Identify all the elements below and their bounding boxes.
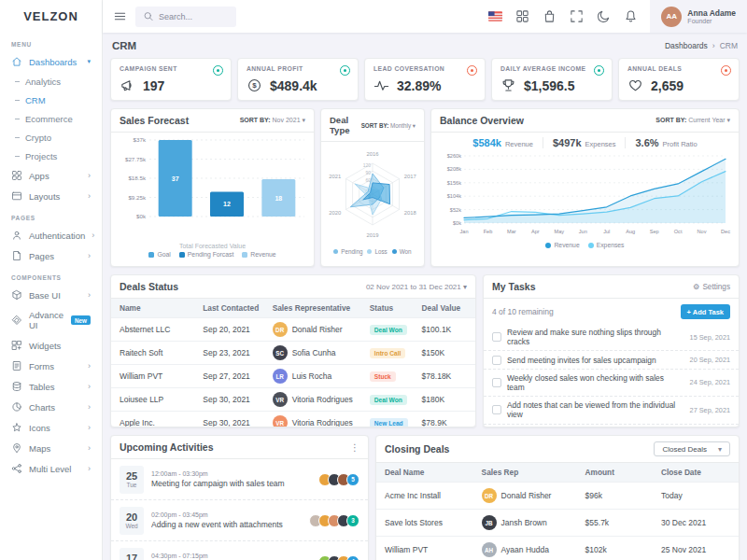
sidebar-item[interactable]: Layouts › [0,186,102,206]
avatar: SC [273,345,288,360]
svg-text:$0k: $0k [453,220,461,226]
stat-item: $497k Expenses [543,137,627,148]
sidebar-item-dashboards[interactable]: Dashboards ▾ [0,51,102,72]
trend-indicator-icon [594,65,604,76]
status-badge: Intro Call [370,348,406,358]
sidebar-item-icon [11,360,22,371]
breadcrumb: Dashboards › CRM [665,41,738,50]
svg-text:Sep: Sep [650,229,659,234]
legend-item: Loss [367,248,387,255]
task-list: Review and make sure nothing slips throu… [484,324,739,427]
sidebar-item[interactable]: Widgets [0,335,102,356]
notifications-bell-icon[interactable] [623,9,638,24]
apps-grid-icon[interactable] [514,9,529,24]
sidebar-item-icon [11,190,22,202]
last-contacted: Sep 23, 2021 [203,348,272,357]
kpi-icon [120,77,135,93]
sidebar-item[interactable]: Pages › [0,245,102,266]
topbar-icons: AA Anna Adame Founder [487,0,738,33]
page-content: CRM Dashboards › CRM CAMPAIGN SENT 197 [103,33,747,560]
deal-value: $180K [422,395,467,404]
sidebar-item-label: Widgets [29,341,61,351]
sidebar-item[interactable]: Multi Level › [0,458,102,479]
sidebar-item[interactable]: Tables › [0,376,102,397]
chevron-right-icon: › [88,444,91,453]
sort-dropdown[interactable]: SORT BY: Monthly ▾ [361,122,416,129]
settings-button[interactable]: ⚙Settings [693,282,730,291]
cart-icon[interactable] [542,9,557,24]
avatar-group: 3 [313,514,359,527]
sidebar-item[interactable]: Forms › [0,356,102,376]
breadcrumb-separator: › [712,41,715,50]
app-window: VELZON MENU Dashboards ▾ Analytics CRM [0,0,747,560]
sidebar-item-label: Multi Level [29,464,71,474]
svg-text:Mar: Mar [507,229,516,234]
add-task-button[interactable]: + Add Task [681,304,730,319]
user-menu[interactable]: AA Anna Adame Founder [650,0,747,33]
amount: $96k [585,491,661,500]
task-date: 24 Sep, 2021 [684,378,730,386]
activity-date: 20 Wed [120,507,144,535]
sidebar-item[interactable]: Advance UI New [0,305,102,335]
sort-dropdown[interactable]: SORT BY: Current Year ▾ [655,117,730,124]
sidebar-item[interactable]: Maps › [0,438,102,458]
kpi-value: $1,596.5 [524,78,575,93]
fullscreen-icon[interactable] [569,9,584,24]
deal-value: $150K [422,348,467,357]
sidebar-item[interactable]: Authentication › [0,225,102,245]
brand-logo[interactable]: VELZON [0,0,102,33]
dark-mode-moon-icon[interactable] [596,9,611,24]
chart-legend: GoalPending ForcastRevenue [111,249,314,261]
deal-name: William PVT [120,371,203,381]
svg-text:90: 90 [365,170,371,175]
task-item: Move stuff to another page 27 Sep, 2021 [484,424,739,428]
my-tasks-card: My Tasks ⚙Settings 4 of 10 remaining + A… [483,274,740,427]
kebab-menu-icon[interactable]: ⋮ [350,442,359,453]
breadcrumb-current: CRM [720,41,738,50]
deals-status-card: Deals Status 02 Nov 2021 to 31 Dec 2021 … [110,274,476,427]
date-range-dropdown[interactable]: 02 Nov 2021 to 31 Dec 2021 ▾ [366,283,467,291]
trend-indicator-icon [213,65,223,76]
svg-text:$104k: $104k [447,193,461,199]
task-checkbox[interactable] [492,405,501,414]
dash-icon [15,137,20,138]
task-text: Add notes that can be viewed from the in… [507,400,679,419]
sidebar-subitem[interactable]: Projects [0,147,102,165]
svg-text:$260k: $260k [447,153,461,159]
stat-value: $497k [553,137,582,148]
legend-item: Revenue [545,242,579,248]
task-checkbox[interactable] [492,332,501,342]
kpi-card: ANNUAL PROFIT $ $489.4k [237,58,359,101]
sidebar-subitem[interactable]: Analytics [0,72,102,91]
chevron-right-icon: › [88,383,91,391]
task-checkbox[interactable] [492,356,501,365]
sidebar-item-icon [11,442,22,454]
svg-text:$: $ [252,81,257,90]
sidebar-item[interactable]: Charts › [0,397,102,417]
svg-text:18: 18 [275,195,282,202]
sidebar-item[interactable]: Icons › [0,417,102,438]
chart-legend: RevenueExpenses [431,240,739,252]
language-flag-icon[interactable] [487,9,502,24]
hamburger-menu-icon[interactable] [112,9,127,24]
activity-title: Adding a new event with attachments [151,520,305,529]
stat-value: $584k [472,137,501,148]
sidebar-subitem[interactable]: Crypto [0,128,102,147]
breadcrumb-root[interactable]: Dashboards [665,41,708,50]
sidebar-item[interactable]: Apps › [0,165,102,186]
dash-icon [15,81,20,82]
chevron-right-icon: › [88,465,91,473]
status-badge: Stuck [370,371,396,382]
sidebar-subitem[interactable]: Ecommerce [0,109,102,128]
task-text: Weekly closed sales won checking with sa… [507,373,679,392]
closed-deals-select[interactable]: Closed Deals▾ [654,441,730,456]
home-icon [11,56,22,67]
sort-dropdown[interactable]: SORT BY: Nov 2021 ▾ [240,117,305,124]
task-checkbox[interactable] [492,378,501,387]
sidebar-page-links: Authentication › Pages › [0,225,102,266]
activity-date: 25 Tue [120,466,144,494]
sidebar-item[interactable]: Base UI › [0,285,102,305]
sidebar-subitem[interactable]: CRM [0,91,102,109]
card-title: Deal Type [330,115,361,135]
search-input[interactable] [159,12,226,21]
